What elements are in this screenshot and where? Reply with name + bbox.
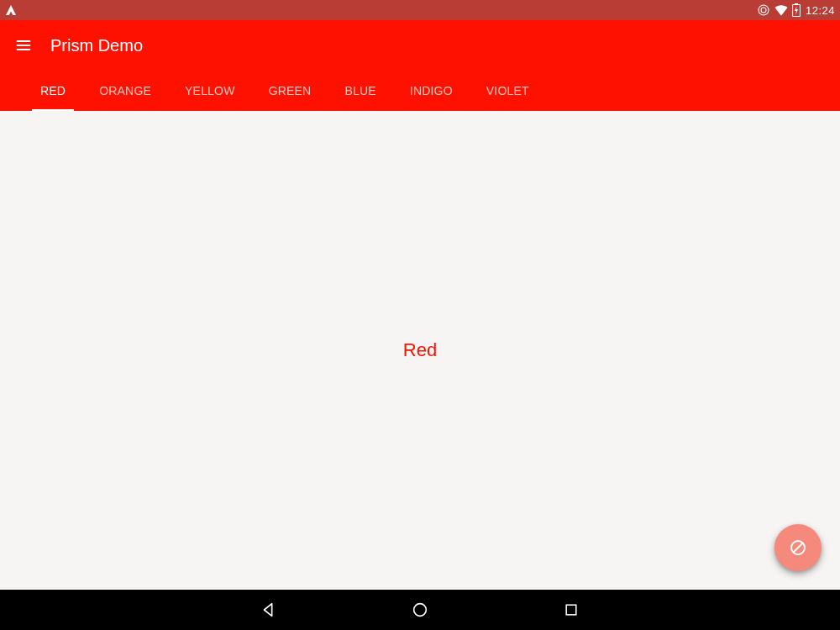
menu-icon[interactable]: [15, 37, 32, 54]
android-status-bar: 12:24: [0, 0, 840, 20]
tab-label: ORANGE: [99, 84, 151, 97]
fab-button[interactable]: [774, 524, 822, 571]
svg-point-1: [761, 8, 766, 13]
nav-back-button[interactable]: [252, 593, 286, 627]
nav-recents-button[interactable]: [554, 593, 588, 627]
svg-rect-7: [566, 605, 576, 615]
tab-yellow[interactable]: YELLOW: [168, 71, 252, 111]
battery-charging-icon: [792, 3, 801, 17]
tab-label: BLUE: [344, 84, 375, 97]
app-bar: Prism Demo: [0, 20, 840, 71]
status-clock: 12:24: [806, 4, 835, 17]
app-title: Prism Demo: [50, 36, 143, 55]
tab-red[interactable]: RED: [15, 71, 82, 111]
tab-blue[interactable]: BLUE: [328, 71, 392, 111]
svg-rect-3: [795, 3, 798, 5]
sync-icon: [757, 3, 770, 17]
svg-point-0: [759, 5, 769, 15]
tab-violet[interactable]: VIOLET: [470, 71, 546, 111]
tab-bar: RED ORANGE YELLOW GREEN BLUE INDIGO VIOL…: [0, 71, 840, 111]
block-icon: [788, 538, 808, 558]
content-title: Red: [403, 339, 437, 361]
tab-green[interactable]: GREEN: [252, 71, 328, 111]
tab-indigo[interactable]: INDIGO: [393, 71, 470, 111]
svg-point-6: [414, 604, 427, 617]
tab-label: INDIGO: [410, 84, 453, 97]
tab-orange[interactable]: ORANGE: [82, 71, 168, 111]
android-nav-bar: [0, 590, 840, 630]
wifi-icon: [774, 3, 789, 17]
tab-label: RED: [40, 84, 66, 97]
notification-app-icon: [3, 3, 18, 18]
nav-home-button[interactable]: [403, 593, 437, 627]
tab-label: GREEN: [269, 84, 312, 97]
tab-label: YELLOW: [185, 84, 235, 97]
svg-line-5: [794, 543, 803, 553]
tab-label: VIOLET: [486, 84, 529, 97]
content-area: Red: [0, 111, 840, 590]
